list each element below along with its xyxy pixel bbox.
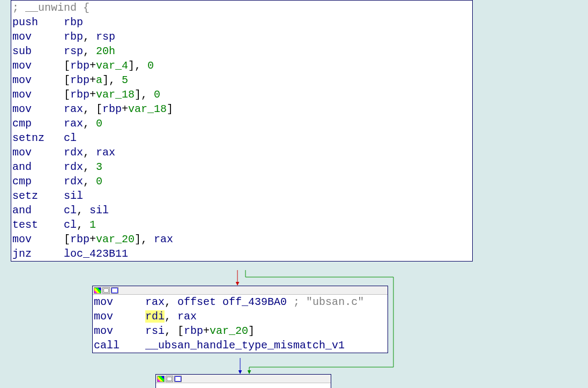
asm-line: push rbp: [11, 15, 472, 29]
asm-line: call __ubsan_handle_type_mismatch_v1: [93, 338, 388, 353]
color-icon[interactable]: [94, 287, 101, 294]
asm-line: sub rsp, 20h: [11, 44, 472, 58]
highlighted-register: rdi: [145, 310, 165, 323]
node-toolbar: [156, 375, 331, 383]
group-icon[interactable]: [174, 376, 182, 382]
asm-node-2[interactable]: mov rax, offset off_439BA0 ; "ubsan.c" m…: [92, 286, 388, 353]
asm-line: and cl, sil: [11, 203, 472, 218]
asm-line: mov rdx, rax: [11, 145, 472, 160]
asm-line: cmp rdx, 0: [11, 174, 472, 189]
asm-line: mov rdi, rax: [93, 309, 388, 324]
asm-line: setz sil: [11, 189, 472, 203]
asm-line: mov rax, [rbp+var_18]: [11, 102, 472, 116]
asm-node-1[interactable]: ; __unwind { push rbp mov rbp, rsp sub r…: [11, 0, 473, 262]
edit-icon[interactable]: [166, 376, 173, 382]
asm-line: ; __unwind {: [11, 1, 472, 15]
asm-line: mov [rbp+a], 5: [11, 73, 472, 87]
asm-line: setnz cl: [11, 131, 472, 145]
asm-line: mov rax, offset off_439BA0 ; "ubsan.c": [93, 295, 388, 309]
asm-line: mov [rbp+var_18], 0: [11, 87, 472, 102]
group-icon[interactable]: [111, 287, 118, 294]
edit-icon[interactable]: [102, 287, 110, 294]
node-toolbar: [93, 286, 388, 295]
asm-line: test cl, 1: [11, 218, 472, 232]
asm-node-3[interactable]: [155, 374, 331, 388]
asm-line: mov rsi, [rbp+var_20]: [93, 324, 388, 338]
asm-line: mov rbp, rsp: [11, 29, 472, 44]
asm-line: and rdx, 3: [11, 160, 472, 174]
color-icon[interactable]: [157, 376, 165, 382]
asm-line: cmp rax, 0: [11, 116, 472, 131]
asm-line: mov [rbp+var_4], 0: [11, 58, 472, 73]
asm-line: mov [rbp+var_20], rax: [11, 232, 472, 247]
asm-line: jnz loc_423B11: [11, 247, 472, 261]
